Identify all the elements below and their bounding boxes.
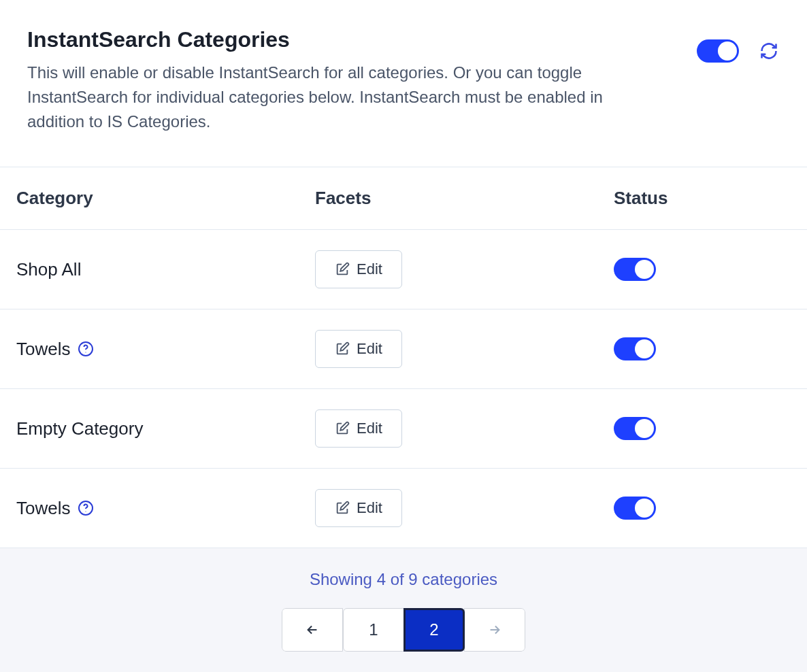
categories-table: Category Facets Status Shop AllEditTowel… xyxy=(0,167,807,548)
table-body: Shop AllEditTowelsEditEmpty CategoryEdit… xyxy=(0,230,807,548)
edit-button[interactable]: Edit xyxy=(315,250,402,288)
category-name-cell: Empty Category xyxy=(16,418,315,439)
edit-button-label: Edit xyxy=(357,499,382,517)
status-toggle[interactable] xyxy=(614,417,656,440)
page-description: This will enable or disable InstantSearc… xyxy=(27,61,640,134)
table-row: TowelsEdit xyxy=(0,309,807,389)
status-toggle[interactable] xyxy=(614,337,656,360)
edit-button-label: Edit xyxy=(357,261,382,278)
edit-button-label: Edit xyxy=(357,340,382,358)
category-name: Towels xyxy=(16,498,70,519)
category-name-cell: Towels xyxy=(16,339,315,360)
help-icon[interactable] xyxy=(77,499,95,517)
svg-point-1 xyxy=(86,352,86,352)
pagination-section: Showing 4 of 9 categories 12 xyxy=(0,548,807,672)
table-row: TowelsEdit xyxy=(0,469,807,548)
pagination-page-button[interactable]: 2 xyxy=(404,608,465,652)
pagination-next-button[interactable] xyxy=(464,608,525,652)
facets-cell: Edit xyxy=(315,330,614,368)
category-name: Empty Category xyxy=(16,418,143,439)
category-name: Towels xyxy=(16,339,70,360)
status-cell xyxy=(614,497,791,520)
header-controls xyxy=(697,27,780,63)
svg-point-3 xyxy=(86,511,86,511)
status-toggle[interactable] xyxy=(614,258,656,281)
facets-cell: Edit xyxy=(315,250,614,288)
refresh-icon[interactable] xyxy=(758,40,780,62)
table-header: Category Facets Status xyxy=(0,167,807,230)
status-cell xyxy=(614,258,791,281)
status-toggle[interactable] xyxy=(614,497,656,520)
header-text: InstantSearch Categories This will enabl… xyxy=(27,27,670,134)
pagination-prev-button[interactable] xyxy=(282,608,343,652)
pagination-page-button[interactable]: 1 xyxy=(343,608,404,652)
facets-cell: Edit xyxy=(315,489,614,527)
column-header-category: Category xyxy=(16,188,315,209)
category-name-cell: Towels xyxy=(16,498,315,519)
edit-button[interactable]: Edit xyxy=(315,489,402,527)
page-title: InstantSearch Categories xyxy=(27,27,670,52)
header-section: InstantSearch Categories This will enabl… xyxy=(0,0,807,167)
edit-button[interactable]: Edit xyxy=(315,330,402,368)
column-header-status: Status xyxy=(614,188,791,209)
category-name: Shop All xyxy=(16,259,81,280)
column-header-facets: Facets xyxy=(315,188,614,209)
pagination-controls: 12 xyxy=(282,608,525,652)
status-cell xyxy=(614,337,791,360)
table-row: Shop AllEdit xyxy=(0,230,807,309)
edit-button-label: Edit xyxy=(357,420,382,437)
facets-cell: Edit xyxy=(315,409,614,448)
pagination-summary: Showing 4 of 9 categories xyxy=(0,570,807,589)
status-cell xyxy=(614,417,791,440)
help-icon[interactable] xyxy=(77,340,95,358)
category-name-cell: Shop All xyxy=(16,259,315,280)
table-row: Empty CategoryEdit xyxy=(0,389,807,469)
edit-button[interactable]: Edit xyxy=(315,409,402,448)
master-toggle[interactable] xyxy=(697,39,739,63)
